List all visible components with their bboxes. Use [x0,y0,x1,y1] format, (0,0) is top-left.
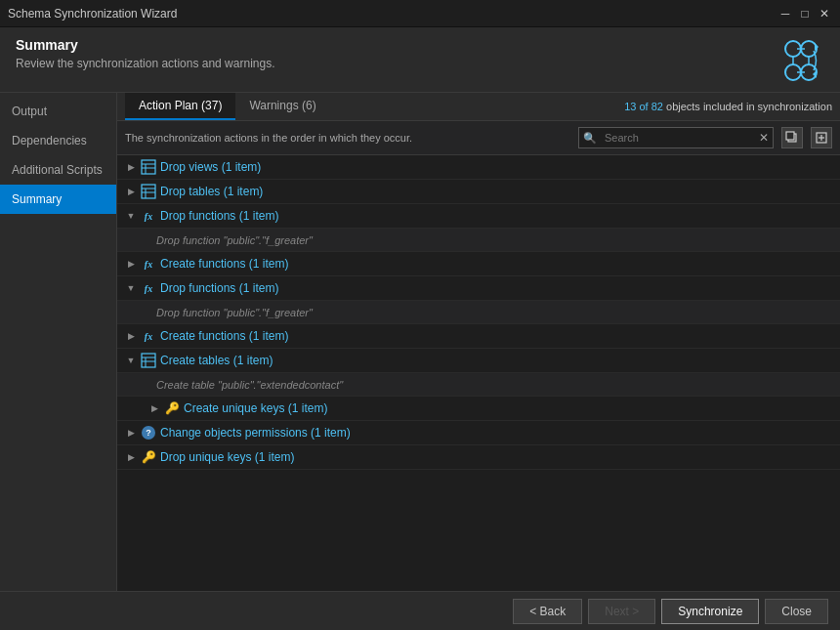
objects-count: 13 of 82 objects included in synchroniza… [624,101,832,112]
back-button[interactable]: < Back [513,599,582,624]
chevron-icon [125,258,137,270]
header-area: Summary Review the synchronization actio… [0,27,840,93]
key-icon: 🔑 [141,449,156,465]
child-label: Create table "public"."extendedcontact" [156,379,343,391]
tree-list: Drop views (1 item) Drop tables (1 item) [117,155,840,591]
titlebar-title: Schema Synchronization Wizard [8,7,177,21]
tree-item-create-table-child: Create table "public"."extendedcontact" [117,373,840,397]
item-label: Drop views (1 item) [160,160,261,174]
table-icon [141,184,156,199]
item-label: Drop functions (1 item) [160,281,278,295]
tab-bar: Action Plan (37) Warnings (6) 13 of 82 o… [117,93,840,121]
svg-rect-9 [142,160,155,174]
tab-action-plan[interactable]: Action Plan (37) [125,93,235,120]
tree-item-drop-function-child-1: Drop function "public"."f_greater" [117,229,840,252]
sidebar: Output Dependencies Additional Scripts S… [0,93,117,591]
tree-item-change-permissions[interactable]: ? Change objects permissions (1 item) [117,421,840,445]
child-label: Drop function "public"."f_greater" [156,234,313,246]
item-label: Drop unique keys (1 item) [160,450,294,464]
tree-item-drop-functions-1[interactable]: fx Drop functions (1 item) [117,204,840,229]
page-title: Summary [16,37,274,53]
search-input[interactable] [601,132,755,144]
chevron-icon [125,210,137,222]
next-button[interactable]: Next > [588,599,655,624]
sidebar-item-output[interactable]: Output [0,97,116,126]
tree-item-create-unique-keys[interactable]: 🔑 Create unique keys (1 item) [117,397,840,421]
child-label: Drop function "public"."f_greater" [156,307,313,318]
sidebar-item-summary[interactable]: Summary [0,185,116,214]
tab-warnings[interactable]: Warnings (6) [235,93,329,120]
expand-button[interactable] [811,127,832,148]
fx-icon: fx [141,280,156,296]
chevron-icon [125,186,137,197]
chevron-icon [125,427,137,439]
question-icon: ? [141,425,156,441]
table-icon [141,353,156,368]
sidebar-item-additional-scripts[interactable]: Additional Scripts [0,155,116,185]
item-label: Create unique keys (1 item) [184,401,327,415]
tree-item-create-functions-1[interactable]: fx Create functions (1 item) [117,252,840,276]
item-label: Drop functions (1 item) [160,209,278,223]
toolbar-label: The synchronization actions in the order… [125,132,570,144]
minimize-button[interactable]: ─ [777,6,793,21]
toolbar-row: The synchronization actions in the order… [117,121,840,155]
maximize-button[interactable]: □ [797,6,813,21]
titlebar: Schema Synchronization Wizard ─ □ ✕ [0,0,840,27]
fx-icon: fx [141,208,156,224]
svg-rect-17 [142,354,155,367]
chevron-icon [125,330,137,342]
svg-rect-5 [786,132,794,140]
search-icon: 🔍 [579,132,601,145]
tabs: Action Plan (37) Warnings (6) [125,93,330,120]
synchronize-button[interactable]: Synchronize [661,599,759,624]
main-container: Summary Review the synchronization actio… [0,27,840,630]
tree-item-drop-tables[interactable]: Drop tables (1 item) [117,180,840,204]
tree-item-create-tables[interactable]: Create tables (1 item) [117,349,840,373]
chevron-icon [125,355,137,366]
key-icon: 🔑 [164,400,180,416]
fx-icon: fx [141,256,156,272]
item-label: Create functions (1 item) [160,257,288,271]
search-clear-button[interactable]: ✕ [755,131,773,145]
sidebar-item-dependencies[interactable]: Dependencies [0,126,116,155]
item-label: Create tables (1 item) [160,354,273,367]
sync-icon [777,37,824,84]
tree-item-drop-unique-keys[interactable]: 🔑 Drop unique keys (1 item) [117,445,840,470]
svg-rect-13 [142,185,155,198]
item-label: Drop tables (1 item) [160,185,263,198]
close-button[interactable]: Close [765,599,828,624]
copy-button[interactable] [781,127,803,148]
chevron-icon [125,282,137,294]
tree-item-drop-function-child-2: Drop function "public"."f_greater" [117,301,840,324]
search-box: 🔍 ✕ [578,127,774,148]
titlebar-controls: ─ □ ✕ [777,6,832,21]
item-label: Create functions (1 item) [160,329,288,343]
table-icon [141,159,156,175]
tree-item-drop-views[interactable]: Drop views (1 item) [117,155,840,180]
tree-item-drop-functions-2[interactable]: fx Drop functions (1 item) [117,276,840,301]
chevron-icon [125,161,137,173]
page-subtitle: Review the synchronization actions and w… [16,57,274,70]
chevron-icon [148,402,160,414]
content-area: Action Plan (37) Warnings (6) 13 of 82 o… [117,93,840,591]
body-area: Output Dependencies Additional Scripts S… [0,93,840,591]
item-label: Change objects permissions (1 item) [160,426,351,440]
fx-icon: fx [141,328,156,344]
header-text: Summary Review the synchronization actio… [16,37,274,70]
close-button[interactable]: ✕ [817,6,832,21]
tree-item-create-functions-2[interactable]: fx Create functions (1 item) [117,324,840,349]
chevron-icon [125,451,137,463]
bottom-bar: < Back Next > Synchronize Close [0,591,840,630]
